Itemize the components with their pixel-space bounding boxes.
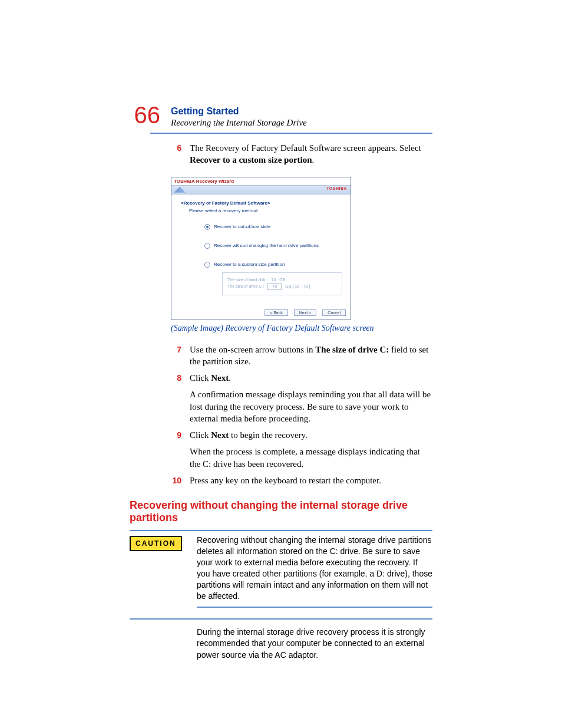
- recovery-option-label: Recover without changing the hard drive …: [214, 243, 319, 248]
- step-paragraph: Click Next to begin the recovery.: [190, 429, 432, 441]
- hard-disk-size-value: 74: [271, 278, 276, 282]
- caution-rule-bottom: [197, 607, 432, 608]
- step-body: Use the on-screen arrow buttons in The s…: [190, 344, 432, 368]
- wizard-brand: TOSHIBA: [326, 186, 347, 190]
- recovery-wizard-figure: TOSHIBA Recovery Wizard TOSHIBA <Recover…: [171, 177, 351, 320]
- step-body: Click Next to begin the recovery.When th…: [190, 429, 432, 470]
- next-button[interactable]: Next >: [294, 309, 316, 316]
- step-number: 7: [171, 344, 181, 368]
- wizard-window-title: TOSHIBA Recovery Wizard: [171, 177, 351, 186]
- page-header: 66 Getting Started Recovering the Intern…: [130, 103, 432, 128]
- radio-icon[interactable]: [204, 262, 210, 268]
- steps-list-top: 6The Recovery of Factory Default Softwar…: [171, 140, 432, 169]
- wizard-footer: < Back Next > Cancel: [171, 306, 351, 319]
- step-item: 8Click Next.A confirmation message displ…: [171, 370, 432, 427]
- recovery-option[interactable]: Recover without changing the hard drive …: [204, 243, 342, 249]
- step-item: 10Press any key on the keyboard to resta…: [171, 472, 432, 489]
- step-number: 9: [171, 429, 181, 470]
- wizard-heading: <Recovery of Factory Default Software>: [181, 200, 342, 206]
- wizard-subheading: Please select a recovery method.: [189, 208, 342, 213]
- step-paragraph: The Recovery of Factory Default Software…: [190, 142, 432, 166]
- cancel-button[interactable]: Cancel: [322, 309, 346, 316]
- caution-badge: CAUTION: [130, 536, 182, 551]
- figure-caption: (Sample Image) Recovery of Factory Defau…: [171, 324, 432, 333]
- step-paragraph: When the process is complete, a message …: [190, 446, 432, 470]
- step-paragraph: Press any key on the keyboard to restart…: [190, 475, 381, 486]
- caution-rule-top: [130, 530, 432, 531]
- steps-list-bottom: 7Use the on-screen arrow buttons in The …: [171, 341, 432, 489]
- caution-callout: CAUTION Recovering without changing the …: [130, 535, 432, 601]
- step-item: 6The Recovery of Factory Default Softwar…: [171, 140, 432, 169]
- caution-paragraph: Recovering without changing the internal…: [197, 535, 432, 601]
- drive-c-size-label: The size of drive C :: [227, 284, 264, 288]
- drive-c-size-unit: GB ( 10 - 70 ): [285, 284, 310, 288]
- step-body: The Recovery of Factory Default Software…: [190, 142, 432, 166]
- header-text: Getting Started Recovering the Internal …: [171, 103, 307, 128]
- recovery-option-label: Recover to a custom size partition: [214, 262, 285, 267]
- step-item: 7Use the on-screen arrow buttons in The …: [171, 341, 432, 370]
- step-number: 6: [171, 142, 181, 166]
- radio-icon[interactable]: [204, 243, 210, 249]
- step-number: 8: [171, 372, 181, 424]
- wizard-options: Recover to out-of-box stateRecover witho…: [189, 224, 342, 268]
- radio-icon[interactable]: [204, 224, 210, 230]
- note-rule-top: [130, 618, 432, 620]
- step-paragraph: Use the on-screen arrow buttons in The s…: [190, 344, 432, 368]
- hard-disk-size-unit: GB: [279, 278, 285, 282]
- page-number: 66: [130, 103, 160, 127]
- wizard-banner: TOSHIBA: [171, 186, 351, 195]
- document-page: 66 Getting Started Recovering the Intern…: [0, 0, 562, 728]
- note-text: During the internal storage drive recove…: [197, 627, 432, 661]
- wizard-body: <Recovery of Factory Default Software> P…: [171, 195, 351, 306]
- step-paragraph: Click Next.: [190, 372, 432, 384]
- step-number: 10: [171, 475, 181, 486]
- subsection-heading: Recovering without changing the internal…: [130, 499, 432, 524]
- step-body: Press any key on the keyboard to restart…: [190, 475, 381, 486]
- back-button[interactable]: < Back: [265, 309, 288, 316]
- recovery-option[interactable]: Recover to out-of-box state: [204, 224, 342, 230]
- custom-size-panel: The size of hard disk : 74 GB The size o…: [222, 272, 342, 295]
- chapter-title: Getting Started: [171, 106, 307, 117]
- drive-c-size-row: The size of drive C : 70 GB ( 10 - 70 ): [227, 283, 337, 290]
- step-paragraph: A confirmation message displays remindin…: [190, 388, 432, 424]
- step-item: 9Click Next to begin the recovery.When t…: [171, 427, 432, 472]
- drive-c-size-input[interactable]: 70: [267, 283, 282, 290]
- hard-disk-size-row: The size of hard disk : 74 GB: [227, 278, 337, 282]
- recovery-option-label: Recover to out-of-box state: [214, 224, 271, 229]
- caution-badge-wrap: CAUTION: [130, 535, 189, 601]
- caution-text: Recovering without changing the internal…: [197, 535, 432, 601]
- hard-disk-size-label: The size of hard disk :: [227, 278, 267, 282]
- recovery-option[interactable]: Recover to a custom size partition: [204, 262, 342, 268]
- section-title: Recovering the Internal Storage Drive: [171, 117, 307, 128]
- header-rule: [150, 133, 432, 134]
- step-body: Click Next.A confirmation message displa…: [190, 372, 432, 424]
